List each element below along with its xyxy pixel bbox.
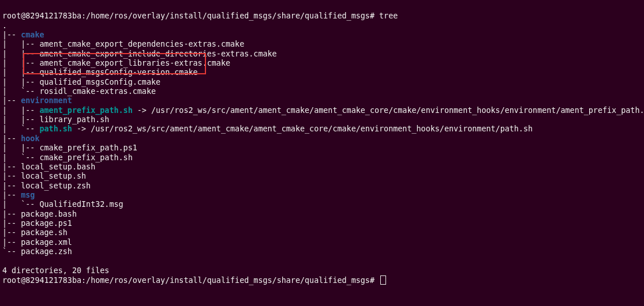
tree-branch: |-- (2, 191, 21, 199)
file-highlighted: qualified_msgsConfig.cmake (40, 78, 161, 86)
dir-environment: environment (21, 96, 72, 105)
tree-branch: |-- (21, 115, 39, 124)
file: package.zsh (21, 247, 72, 256)
dir-hook: hook (21, 134, 39, 143)
file: local_setup.bash (21, 163, 95, 171)
prompt-user-host: root@8294121783ba (2, 12, 81, 20)
prompt-line-1: root@8294121783ba:/home/ros/overlay/inst… (2, 12, 398, 20)
tree-branch: | (2, 143, 21, 152)
prompt-command: tree (375, 12, 398, 20)
file: package.sh (21, 228, 68, 237)
tree-branch: |-- (21, 68, 39, 77)
tree-branch: | (2, 59, 21, 67)
tree-branch: | (2, 50, 21, 58)
symlink-name: ament_prefix_path.sh (40, 106, 133, 115)
prompt-user-host: root@8294121783ba (2, 276, 81, 285)
tree-branch: |-- (2, 228, 21, 237)
tree-branch: |-- (2, 172, 21, 180)
tree-branch: |-- (2, 238, 21, 247)
tree-branch: | (2, 87, 21, 96)
tree-branch: | (2, 115, 21, 124)
tree-branch: |-- (21, 40, 39, 48)
file: ament_cmake_export_libraries-extras.cmak… (40, 59, 231, 67)
tree-branch: | (2, 78, 21, 86)
file: local_setup.zsh (21, 182, 91, 190)
file: package.xml (21, 238, 72, 247)
dir-msg: msg (21, 191, 35, 199)
tree-branch: |-- (21, 106, 39, 115)
tree-branch: |-- (21, 59, 39, 67)
tree-branch: |-- (2, 182, 21, 190)
tree-branch: `-- (21, 87, 39, 96)
file: cmake_prefix_path.ps1 (40, 143, 137, 152)
symlink-target: -> /usr/ros2_ws/src/ament/ament_cmake/am… (133, 106, 644, 115)
file: package.bash (21, 210, 77, 218)
tree-branch: `-- (21, 124, 39, 133)
tree-branch: `-- (21, 200, 39, 209)
tree-branch: |-- (21, 50, 39, 58)
tree-branch: |-- (21, 78, 39, 86)
tree-branch: `-- (21, 153, 39, 162)
file: package.ps1 (21, 219, 72, 228)
tree-branch: | (2, 40, 21, 48)
file: QualifiedInt32.msg (40, 200, 123, 209)
tree-branch: |-- (2, 134, 21, 143)
tree-branch: | (2, 106, 21, 115)
tree-branch: |-- (2, 163, 21, 171)
tree-branch: | (2, 124, 21, 133)
symlink-name: path.sh (40, 124, 72, 133)
file: cmake_prefix_path.sh (40, 153, 133, 162)
prompt-path: :/home/ros/overlay/install/qualified_msg… (81, 276, 375, 285)
file-highlighted: qualified_msgsConfig-version.cmake (40, 68, 198, 77)
prompt-line-2[interactable]: root@8294121783ba:/home/ros/overlay/inst… (2, 276, 386, 285)
tree-branch: |-- (2, 219, 21, 228)
tree-branch: | (2, 200, 21, 209)
tree-branch: `-- (2, 247, 21, 256)
tree-branch: | (2, 68, 21, 77)
prompt-path: :/home/ros/overlay/install/qualified_msg… (81, 12, 375, 20)
tree-branch: | (2, 153, 21, 162)
file: rosidl_cmake-extras.cmake (40, 87, 156, 96)
tree-branch: |-- (2, 210, 21, 218)
symlink-target: -> /usr/ros2_ws/src/ament/ament_cmake/am… (72, 124, 533, 133)
file: ament_cmake_export_dependencies-extras.c… (40, 40, 245, 48)
tree-branch: |-- (21, 143, 39, 152)
tree-summary: 4 directories, 20 files (2, 266, 109, 275)
terminal-output: root@8294121783ba:/home/ros/overlay/inst… (0, 0, 644, 288)
dir-cmake: cmake (21, 31, 44, 39)
tree-branch: |-- (2, 96, 21, 105)
tree-branch: |-- (2, 31, 21, 39)
file: ament_cmake_export_include_directories-e… (40, 50, 277, 58)
file: local_setup.sh (21, 172, 86, 180)
tree-root-dot: . (2, 21, 7, 30)
terminal-cursor[interactable] (380, 275, 386, 285)
file: library_path.sh (40, 115, 110, 124)
